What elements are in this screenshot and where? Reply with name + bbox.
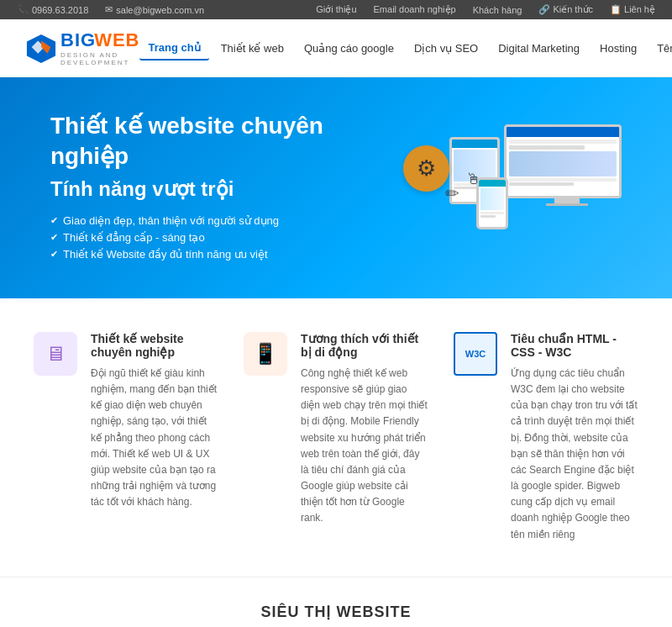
hero-text: Thiết kế website chuyên nghiệp Tính năng… <box>50 111 370 265</box>
feature-professional: 🖥 Thiết kế website chuyên nghiệp Đội ngũ… <box>34 332 218 543</box>
nav-home[interactable]: Trang chủ <box>139 36 208 61</box>
topbar-link-contact[interactable]: 📋 Liên hệ <box>610 4 655 15</box>
hero-feature-2: Thiết kế đẳng cấp - sáng tạo <box>50 231 370 244</box>
pencil-decoration: ✏ <box>445 183 459 203</box>
main-nav: Trang chủ Thiết kế web Quảng cáo google … <box>139 36 672 61</box>
topbar-link-knowledge[interactable]: 🔗 Kiến thức <box>538 4 593 15</box>
gear-decoration: ⚙ <box>403 145 449 192</box>
features-section: 🖥 Thiết kế website chuyên nghiệp Đội ngũ… <box>0 298 672 577</box>
topbar-link-clients[interactable]: Khách hàng <box>473 5 522 15</box>
feature-responsive: 📱 Tương thích với thiết bị di động Công … <box>244 332 428 543</box>
feature-icon-responsive: 📱 <box>244 332 287 376</box>
feature-text-standards: Tiêu chuẩn HTML - CSS - W3C Ứng dụng các… <box>511 332 638 543</box>
feature-desc-professional: Đội ngũ thiết kế giàu kinh nghiệm, mang … <box>91 366 218 511</box>
phone-info: 📞 0969.63.2018 <box>17 4 88 15</box>
share-icon: 🔗 <box>538 4 550 15</box>
feature-title-standards: Tiêu chuẩn HTML - CSS - W3C <box>511 332 638 359</box>
email-info: ✉ sale@bigweb.com.vn <box>105 4 204 15</box>
hero-devices-illustration: ⚙ ✏ 🖱 <box>370 120 638 255</box>
feature-title-responsive: Tương thích với thiết bị di động <box>301 332 428 359</box>
feature-icon-standards: W3C <box>454 332 497 376</box>
header: BIG WEB DESIGN AND DEVELOPMENT Trang chủ… <box>0 19 672 77</box>
top-bar-left: 📞 0969.63.2018 ✉ sale@bigweb.com.vn <box>17 4 204 15</box>
nav-ads[interactable]: Quảng cáo google <box>296 37 402 60</box>
hero-feature-1: Giao diện đẹp, thân thiện với người sử d… <box>50 214 370 227</box>
hero-features: Giao diện đẹp, thân thiện với người sử d… <box>50 214 370 261</box>
feature-standards: W3C Tiêu chuẩn HTML - CSS - W3C Ứng dụng… <box>454 332 638 543</box>
sieu-thi-section: SIÊU THỊ WEBSITE 🔍 Web công ty 🖼 Web dịc… <box>0 577 672 627</box>
email-icon: ✉ <box>105 4 113 15</box>
topbar-link-email[interactable]: Email doanh nghiệp <box>374 4 456 15</box>
feature-desc-responsive: Công nghệ thiết kế web responsive sẽ giú… <box>301 366 428 527</box>
hero-title1: Thiết kế website chuyên nghiệp <box>50 111 370 172</box>
feature-desc-standards: Ứng dụng các tiêu chuẩn W3C đem lại cho … <box>511 366 638 543</box>
feature-text-responsive: Tương thích với thiết bị di động Công ng… <box>301 332 428 527</box>
nav-marketing[interactable]: Digital Marketing <box>490 37 588 60</box>
hero-title2: Tính năng vượt trội <box>50 177 370 201</box>
logo[interactable]: BIG WEB DESIGN AND DEVELOPMENT <box>25 29 139 66</box>
nav-seo[interactable]: Dịch vụ SEO <box>406 37 486 60</box>
mouse-decoration: 🖱 <box>466 171 481 188</box>
sieu-thi-title: SIÊU THỊ WEBSITE <box>34 603 638 621</box>
top-bar-right[interactable]: Giới thiệu Email doanh nghiệp Khách hàng… <box>316 4 655 15</box>
nav-design[interactable]: Thiết kế web <box>213 37 292 60</box>
logo-text: BIG WEB DESIGN AND DEVELOPMENT <box>60 29 139 66</box>
hero-banner: Thiết kế website chuyên nghiệp Tính năng… <box>0 77 672 298</box>
phone-icon: 📞 <box>17 4 29 15</box>
nav-hosting[interactable]: Hosting <box>591 37 645 60</box>
top-bar: 📞 0969.63.2018 ✉ sale@bigweb.com.vn Giới… <box>0 0 672 19</box>
topbar-link-about[interactable]: Giới thiệu <box>316 4 356 15</box>
hero-feature-3: Thiết kế Website đầy đủ tính năng ưu việ… <box>50 248 370 261</box>
feature-icon-professional: 🖥 <box>34 332 77 376</box>
nav-domain[interactable]: Tên miền <box>648 37 672 60</box>
feature-title-professional: Thiết kế website chuyên nghiệp <box>91 332 218 359</box>
feature-text-professional: Thiết kế website chuyên nghiệp Đội ngũ t… <box>91 332 218 511</box>
contact-icon: 📋 <box>610 4 622 15</box>
monitor-device <box>504 124 630 208</box>
